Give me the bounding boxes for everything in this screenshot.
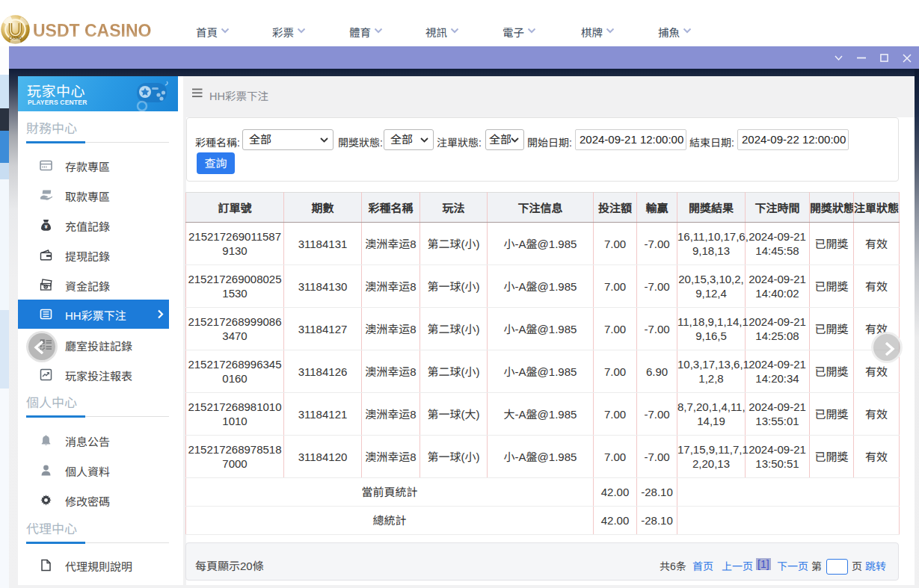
svg-text:CASINO: CASINO <box>9 37 22 40</box>
